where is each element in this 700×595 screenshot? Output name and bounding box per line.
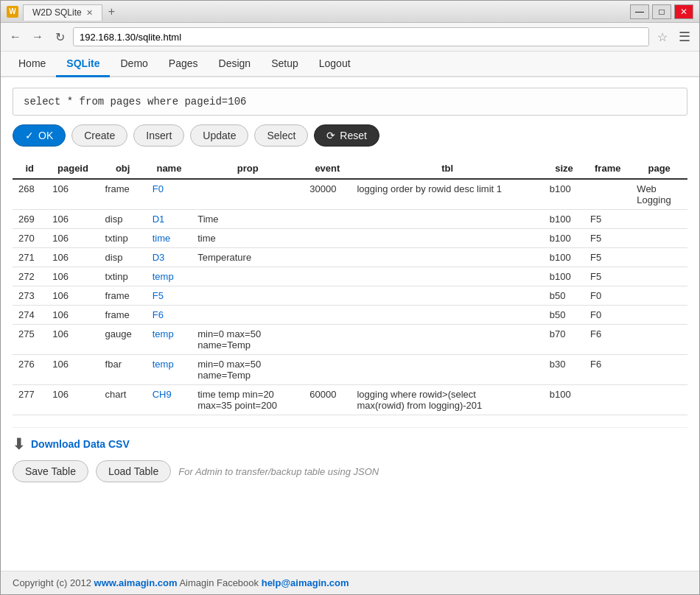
- download-icon: ⬇: [13, 435, 25, 453]
- browser-body: ← → ↻ ☆ ☰ Home SQLite Demo Pages Design …: [1, 23, 699, 594]
- button-bar: ✓ OK Create Insert Update Select ⟳ Reset: [13, 124, 687, 147]
- check-icon: ✓: [25, 130, 34, 141]
- col-frame: frame: [584, 158, 631, 179]
- footer-site-link[interactable]: www.aimagin.com: [94, 577, 178, 588]
- col-prop: prop: [192, 158, 304, 179]
- save-table-button[interactable]: Save Table: [13, 460, 88, 482]
- table-row[interactable]: 269106dispD1Timeb100F5: [13, 210, 687, 229]
- minimize-button[interactable]: —: [630, 4, 649, 19]
- download-label[interactable]: Download Data CSV: [31, 438, 130, 450]
- table-row[interactable]: 275106gaugetempmin=0 max=50 name=Tempb70…: [13, 325, 687, 355]
- nav-pages[interactable]: Pages: [158, 52, 209, 77]
- address-bar: ← → ↻ ☆ ☰: [1, 23, 699, 52]
- browser-tab[interactable]: W2D SQLite ✕: [23, 4, 102, 21]
- reset-button[interactable]: ⟳ Reset: [314, 124, 379, 147]
- nav-design[interactable]: Design: [209, 52, 262, 77]
- col-page: page: [631, 158, 687, 179]
- window: W W2D SQLite ✕ + — □ ✕ ← → ↻ ☆ ☰: [0, 0, 700, 595]
- col-size: size: [544, 158, 584, 179]
- data-table: id pageid obj name prop event tbl size f…: [13, 158, 687, 415]
- maximize-button[interactable]: □: [652, 4, 671, 19]
- col-tbl: tbl: [351, 158, 543, 179]
- window-controls: — □ ✕: [630, 4, 693, 19]
- forward-button[interactable]: →: [29, 28, 46, 46]
- footer: Copyright (c) 2012 www.aimagin.com Aimag…: [1, 571, 699, 594]
- reset-icon: ⟳: [326, 130, 335, 141]
- bookmark-button[interactable]: ☆: [654, 28, 671, 46]
- app-icon: W: [7, 6, 18, 18]
- close-button[interactable]: ✕: [674, 4, 693, 19]
- load-table-button[interactable]: Load Table: [96, 460, 171, 482]
- nav-bar: Home SQLite Demo Pages Design Setup Logo…: [1, 52, 699, 77]
- tab-strip: W2D SQLite ✕ +: [23, 3, 121, 21]
- nav-home[interactable]: Home: [8, 52, 56, 77]
- ok-button[interactable]: ✓ OK: [13, 124, 66, 147]
- table-row[interactable]: 271106dispD3Temperatureb100F5: [13, 248, 687, 267]
- col-event: event: [304, 158, 351, 179]
- update-button[interactable]: Update: [190, 124, 248, 147]
- back-button[interactable]: ←: [7, 28, 24, 46]
- tab-close-button[interactable]: ✕: [86, 8, 93, 18]
- col-pageid: pageid: [46, 158, 99, 179]
- actions-note: For Admin to transfer/backup table using…: [178, 466, 379, 477]
- sql-input[interactable]: select * from pages where pageid=106: [13, 88, 687, 116]
- nav-setup[interactable]: Setup: [261, 52, 309, 77]
- table-actions: Save Table Load Table For Admin to trans…: [13, 460, 687, 482]
- table-row[interactable]: 274106frameF6b50F0: [13, 306, 687, 325]
- nav-logout[interactable]: Logout: [309, 52, 361, 77]
- table-row[interactable]: 273106frameF5b50F0: [13, 286, 687, 306]
- create-button[interactable]: Create: [71, 124, 127, 147]
- table-row[interactable]: 272106txtinptempb100F5: [13, 267, 687, 286]
- footer-company: Aimagin Facebook: [178, 577, 262, 588]
- download-section: ⬇ Download Data CSV: [13, 427, 687, 453]
- nav-demo[interactable]: Demo: [110, 52, 158, 77]
- main-content: select * from pages where pageid=106 ✓ O…: [1, 77, 699, 571]
- col-id: id: [13, 158, 46, 179]
- table-row[interactable]: 270106txtinptimetimeb100F5: [13, 229, 687, 248]
- new-tab-button[interactable]: +: [102, 3, 121, 21]
- address-input[interactable]: [73, 27, 649, 46]
- table-row[interactable]: 268106frameF030000logging order by rowid…: [13, 179, 687, 210]
- browser-menu-button[interactable]: ☰: [676, 28, 693, 46]
- reload-button[interactable]: ↻: [51, 28, 69, 46]
- footer-copyright: Copyright (c) 2012: [13, 577, 94, 588]
- col-name: name: [147, 158, 192, 179]
- tab-title: W2D SQLite: [32, 7, 82, 18]
- select-button[interactable]: Select: [254, 124, 308, 147]
- footer-email-link[interactable]: help@aimagin.com: [262, 577, 349, 588]
- title-bar: W W2D SQLite ✕ + — □ ✕: [1, 1, 699, 23]
- nav-sqlite[interactable]: SQLite: [56, 52, 110, 77]
- col-obj: obj: [99, 158, 147, 179]
- title-bar-left: W W2D SQLite ✕ +: [7, 3, 121, 21]
- table-row[interactable]: 277106chartCH9time temp min=20 max=35 po…: [13, 385, 687, 415]
- table-row[interactable]: 276106fbartempmin=0 max=50 name=Tempb30F…: [13, 355, 687, 385]
- insert-button[interactable]: Insert: [133, 124, 184, 147]
